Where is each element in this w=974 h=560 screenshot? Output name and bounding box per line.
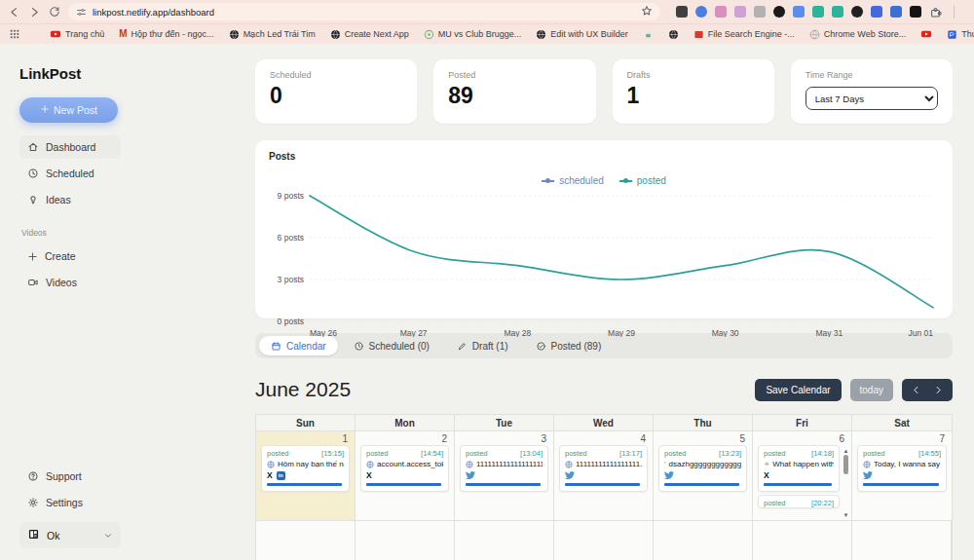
legend-item-posted[interactable]: posted [619,175,666,186]
sidebar-item-videos[interactable]: Videos [19,271,121,294]
bookmark-item[interactable]: Chrome Web Store... [809,29,906,40]
post-status: posted [664,449,687,458]
bookmark-item[interactable]: Mạch Led Trái Tim [229,29,316,40]
svg-text:May 31: May 31 [815,328,843,337]
calendar-post[interactable]: posted[13:17]11111111111111111... [559,445,648,492]
favicon-dot-gray [809,29,820,40]
calendar-cell-june-6[interactable]: 6posted[14:18]☀What happen with me...Xpo… [753,431,852,521]
prev-month-icon[interactable] [911,385,921,395]
svg-text:6 posts: 6 posts [278,233,304,243]
reload-icon[interactable] [49,6,60,18]
calendar-cell[interactable] [654,521,753,560]
legend-item-scheduled[interactable]: scheduled [542,175,604,186]
scroll-down-icon[interactable]: ▼ [843,512,849,518]
extension-icon[interactable] [832,6,843,18]
today-button[interactable]: today [850,379,893,401]
clock-icon [27,168,39,179]
bookmark-item[interactable]: File Search Engine -... [693,29,795,40]
bookmark-item[interactable]: Create Next App [330,29,409,40]
extension-icon[interactable] [676,6,688,18]
extension-icon[interactable] [695,6,707,18]
new-post-button[interactable]: New Post [19,97,118,123]
scroll-thumb[interactable] [843,455,848,474]
next-month-icon[interactable] [933,385,944,395]
cell-scrollbar[interactable]: ▲▼ [842,448,850,518]
chart-title: Posts [269,151,939,162]
x-platform-icon: X [764,471,769,480]
bookmark-item[interactable] [668,29,679,40]
day-header-wed: Wed [554,415,654,431]
globe-icon [366,461,374,468]
favicon-youtube [920,28,932,40]
forward-icon[interactable] [28,6,41,19]
calendar-cell[interactable] [256,521,356,560]
calendar-cell[interactable] [554,521,654,560]
back-icon[interactable] [8,6,20,19]
time-range-select[interactable]: Last 7 Days [805,87,938,110]
calendar-cell-june-5[interactable]: 5posted[13:23]'dsazhgggggggggggggggg... [654,431,753,521]
calendar-post[interactable]: posted[13:04]111111111111111111... [460,445,548,492]
question-icon [27,470,39,482]
extension-icon[interactable] [910,6,921,18]
extensions-puzzle-icon[interactable] [929,6,942,19]
extension-icon[interactable] [715,6,727,18]
calendar-cell[interactable] [356,521,455,560]
account-menu[interactable]: Ok [19,522,121,548]
quote-icon: ' [664,460,666,468]
calendar-cell[interactable] [455,521,554,560]
sidebar-item-create[interactable]: Create [19,244,121,268]
extension-icon[interactable] [793,6,805,18]
stat-card-scheduled: Scheduled 0 [255,59,417,124]
calendar-post[interactable]: posted[15:15]Hôm nay bạn thế nào...Xin [261,445,350,492]
scroll-up-icon[interactable]: ▲ [843,448,849,454]
favicon-page-green [643,29,654,40]
calendar-cell-june-7[interactable]: 7posted[14:55]Today, I wanna say s... [852,431,952,521]
sidebar-item-support[interactable]: Support [19,465,121,488]
calendar-post[interactable]: posted[14:55]Today, I wanna say s... [857,445,947,492]
calendar-cell[interactable] [852,521,952,560]
extension-icon[interactable] [851,6,863,18]
bookmark-item[interactable]: MHộp thư đến - ngọc... [119,29,213,39]
bookmark-item[interactable] [643,29,654,40]
extension-icon[interactable] [890,6,902,18]
videos-section-label: Videos [21,228,245,238]
bookmark-item[interactable] [920,28,932,40]
calendar-post[interactable]: posted[13:23]'dsazhgggggggggggggggg... [658,445,747,492]
calendar-cell-june-2[interactable]: 2posted[14:54]account.access_token...X [356,431,455,521]
extension-icon[interactable] [773,6,785,18]
post-status: posted [863,449,885,458]
calendar-cell[interactable] [753,521,852,560]
calendar-post[interactable]: posted[20:22] [758,495,840,508]
calendar-cell-june-4[interactable]: 4posted[13:17]11111111111111111... [554,431,654,521]
bookmark-item[interactable]: Edit with UX Builder [536,29,628,40]
url-bar[interactable]: linkpost.netlify.app/dashboard [68,3,660,20]
sidebar-item-settings[interactable]: Settings [19,491,121,514]
extension-icon[interactable] [871,6,882,18]
extension-icons [676,6,921,18]
sidebar-item-scheduled[interactable]: Scheduled [19,162,121,185]
bookmark-star-icon[interactable] [641,3,653,20]
post-progress-bar [764,483,832,486]
extension-icon[interactable] [734,6,746,18]
save-calendar-button[interactable]: Save Calendar [755,379,841,401]
bookmark-item[interactable]: Thư viện Giáo án đi... [947,29,974,40]
sidebar-footer: Support Settings Ok [19,465,245,548]
bookmark-label: Chrome Web Store... [824,29,906,39]
posts-line-chart-svg: 0 posts3 posts6 posts9 postsMay 26May 27… [263,189,945,337]
bookmark-item[interactable]: Trang chủ [50,28,104,40]
sidebar-item-ideas[interactable]: Ideas [19,188,121,211]
calendar-post[interactable]: posted[14:54]account.access_token...X [360,445,449,492]
day-header-mon: Mon [356,415,455,431]
extension-icon[interactable] [754,6,766,18]
bookmark-item[interactable]: MU vs Club Brugge... [424,29,522,40]
apps-grid-icon[interactable] [9,28,20,40]
site-settings-icon[interactable] [76,7,87,18]
date-number: 2 [356,431,454,445]
post-text: 111111111111111111... [476,460,543,468]
calendar-cell-june-1[interactable]: 1posted[15:15]Hôm nay bạn thế nào...Xin [256,431,356,521]
sidebar-item-dashboard[interactable]: Dashboard [19,135,121,159]
calendar-post[interactable]: posted[14:18]☀What happen with me...X [758,445,840,492]
calendar-cell-june-3[interactable]: 3posted[13:04]111111111111111111... [455,431,554,521]
date-number: 4 [554,431,653,445]
extension-icon[interactable] [812,6,824,18]
